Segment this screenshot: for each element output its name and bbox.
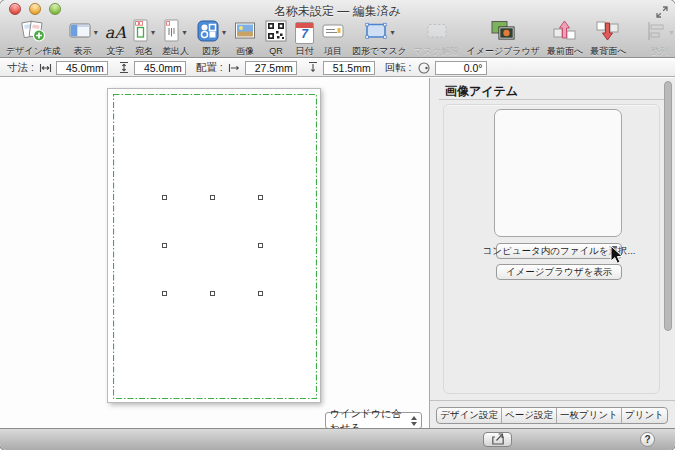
toolbar-label: 差出人: [162, 46, 189, 57]
help-button[interactable]: ?: [640, 432, 655, 447]
chevron-down-icon: ▾: [669, 29, 673, 37]
zoom-fit-select[interactable]: ウインドウに合わせる: [325, 412, 422, 429]
toolbar-button-image-browser[interactable]: イメージブラウザ: [466, 20, 539, 57]
toolbar-button-view[interactable]: ▾ 表示: [68, 20, 98, 57]
chevron-down-icon: ▾: [151, 29, 155, 37]
toolbar-button-recipient[interactable]: ▾ 宛名: [133, 20, 155, 57]
toolbar-button-field-item[interactable]: 項目: [321, 20, 345, 57]
width-field[interactable]: [56, 61, 108, 75]
panel-scrollbar-thumb[interactable]: [664, 81, 672, 331]
mouse-cursor: [609, 245, 623, 269]
tab-single-print[interactable]: 一枚プリント: [556, 408, 621, 423]
selection-handle-n[interactable]: [210, 195, 215, 200]
toolbar-label: マスク解除: [414, 46, 460, 57]
selection-handle-nw[interactable]: [162, 195, 167, 200]
toolbar-label: 最背面へ: [590, 46, 626, 57]
toolbar-label: 項目: [324, 46, 342, 57]
share-icon: [491, 431, 505, 449]
chevron-down-icon: ▾: [94, 29, 98, 37]
text-tool-icon: aA: [105, 22, 126, 44]
toolbar-button-image[interactable]: 画像: [233, 20, 257, 57]
align-icon: [645, 19, 667, 47]
status-bar: ?: [0, 428, 675, 450]
toolbar-label: イメージブラウザ: [466, 46, 539, 57]
rotation-icon: [417, 61, 431, 75]
toolbar-button-date[interactable]: 7 日付: [295, 20, 314, 57]
view-panel-icon: [68, 19, 92, 47]
selection-handle-e[interactable]: [258, 243, 263, 248]
image-browser-icon: [490, 19, 516, 47]
sender-card-icon: [164, 19, 180, 47]
mask-shape-icon: [364, 19, 388, 47]
show-image-browser-button[interactable]: イメージブラウザを表示: [496, 264, 622, 280]
toolbar-label: QR: [269, 46, 283, 57]
shapes-icon: [196, 19, 220, 47]
toolbar-button-text[interactable]: aA 文字: [105, 20, 126, 57]
design-page[interactable]: [107, 88, 321, 403]
y-position-icon: [307, 61, 319, 74]
width-icon: [39, 62, 52, 74]
toolbar-button-sender[interactable]: ▾ 差出人: [162, 20, 189, 57]
tab-design-settings[interactable]: デザイン設定: [437, 408, 501, 423]
image-preview-well: [494, 109, 622, 237]
toolbar-label: 最前面へ: [547, 46, 583, 57]
calendar-icon: 7: [295, 22, 314, 44]
toolbar-label: 図形: [202, 46, 220, 57]
toolbar-label: 日付: [295, 46, 313, 57]
send-back-icon: [595, 19, 621, 47]
select-file-button[interactable]: コンピュータ内のファイルを選択...: [496, 243, 622, 259]
chevron-down-icon: ▾: [222, 29, 226, 37]
selection-handle-sw[interactable]: [162, 291, 167, 296]
toolbar-label: デザイン作成: [6, 46, 61, 57]
toolbar-button-send-to-back[interactable]: 最背面へ: [590, 20, 626, 57]
title-bar[interactable]: 名称未設定 — 編集済み: [0, 0, 675, 20]
height-icon: [118, 61, 130, 74]
design-canvas[interactable]: ウインドウに合わせる: [0, 78, 429, 428]
toolbar-button-mask-release: マスク解除: [414, 20, 460, 57]
toolbar-button-mask-with-shape[interactable]: ▾ 図形でマスク: [352, 20, 407, 57]
selection-handle-s[interactable]: [210, 291, 215, 296]
toolbar-button-bring-to-front[interactable]: 最前面へ: [547, 20, 583, 57]
y-position-field[interactable]: [323, 61, 375, 75]
x-position-field[interactable]: [245, 61, 297, 75]
toolbar-button-align: ▾ 整列: [645, 20, 673, 57]
image-icon: [233, 19, 257, 47]
toolbar-label: 表示: [74, 46, 92, 57]
image-item-inspector: 画像アイテム コンピュータ内のファイルを選択... イメージブラウザを表示 デザ…: [430, 78, 675, 428]
toolbar-label: 画像: [236, 46, 254, 57]
selection-handle-ne[interactable]: [258, 195, 263, 200]
main-toolbar: デザイン作成 ▾ 表示 aA 文字 ▾ 宛名 ▾ 差出人 ▾ 図形: [0, 19, 675, 58]
app-window: 名称未設定 — 編集済み デザイン作成 ▾ 表示 aA 文字 ▾ 宛名 ▾: [0, 0, 675, 450]
settings-tabbar: デザイン設定 ページ設定 一枚プリント プリント: [436, 407, 668, 424]
chevron-down-icon: ▾: [390, 29, 394, 37]
rotation-field[interactable]: [435, 61, 487, 75]
qr-code-icon: [264, 19, 288, 47]
selection-handle-w[interactable]: [162, 243, 167, 248]
toolbar-button-design-create[interactable]: デザイン作成: [6, 20, 61, 57]
panel-title: 画像アイテム: [445, 83, 518, 100]
share-button[interactable]: [483, 432, 512, 447]
selection-handle-se[interactable]: [258, 291, 263, 296]
header-divider: [439, 99, 666, 100]
field-item-icon: [321, 19, 345, 47]
toolbar-button-shapes[interactable]: ▾ 図形: [196, 20, 226, 57]
dimension-bar: 寸法 : 配置 : 回転 :: [0, 59, 675, 77]
toolbar-label: 文字: [106, 46, 124, 57]
toolbar-button-qr[interactable]: QR: [264, 20, 288, 57]
mask-release-icon: [425, 19, 449, 47]
size-label: 寸法 :: [7, 61, 34, 75]
calendar-day-number: 7: [296, 27, 313, 41]
toolbar-label: 図形でマスク: [352, 46, 407, 57]
design-create-icon: [20, 19, 46, 47]
toolbar-label: 整列: [650, 46, 668, 57]
recipient-card-icon: [133, 19, 149, 47]
bring-front-icon: [552, 19, 578, 47]
chevron-down-icon: ▾: [182, 29, 186, 37]
print-area-guide: [113, 94, 317, 399]
x-position-icon: [228, 62, 241, 74]
rotation-label: 回転 :: [385, 61, 412, 75]
tab-print[interactable]: プリント: [621, 408, 667, 423]
tab-page-settings[interactable]: ページ設定: [501, 408, 556, 423]
tabbar-divider: [430, 400, 675, 401]
height-field[interactable]: [134, 61, 186, 75]
